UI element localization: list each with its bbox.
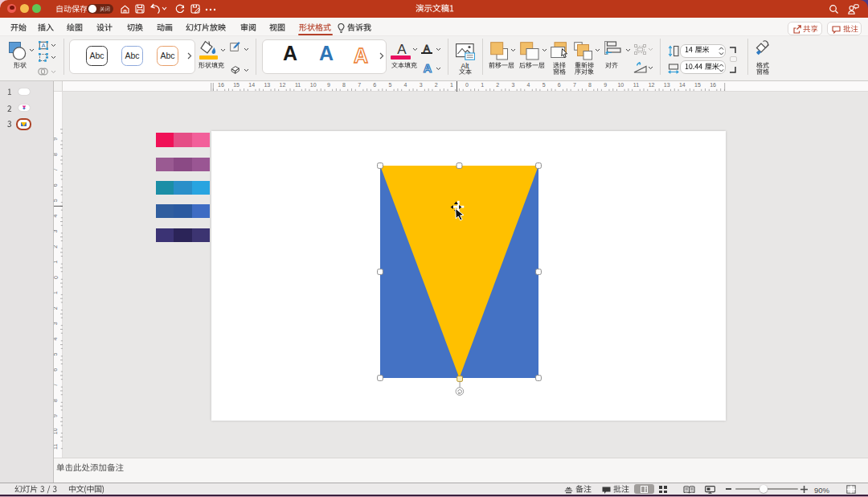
svg-text:10: 10: [54, 428, 59, 434]
svg-text:7: 7: [54, 168, 59, 171]
svg-text:4: 4: [54, 214, 59, 217]
svg-text:9: 9: [54, 137, 59, 140]
svg-text:2: 2: [54, 244, 59, 248]
svg-text:14: 14: [248, 81, 255, 87]
svg-text:6: 6: [558, 81, 561, 87]
svg-text:5: 5: [54, 352, 59, 355]
svg-text:10: 10: [617, 81, 624, 87]
svg-text:6: 6: [54, 183, 59, 187]
svg-text:4: 4: [54, 337, 59, 340]
svg-text:8: 8: [588, 81, 592, 87]
svg-text:3: 3: [54, 229, 59, 232]
svg-text:15: 15: [233, 81, 240, 87]
svg-text:16: 16: [218, 81, 224, 87]
svg-text:3: 3: [54, 322, 59, 325]
svg-text:1: 1: [481, 81, 484, 87]
svg-text:9: 9: [54, 414, 59, 417]
svg-text:6: 6: [373, 81, 376, 87]
svg-text:13: 13: [264, 81, 270, 87]
svg-text:1: 1: [54, 291, 59, 294]
svg-text:7: 7: [358, 81, 361, 87]
svg-text:8: 8: [54, 398, 59, 401]
svg-text:5: 5: [54, 199, 59, 202]
svg-text:2: 2: [496, 81, 499, 87]
svg-text:9: 9: [604, 81, 607, 87]
svg-text:12: 12: [649, 81, 655, 87]
svg-text:A: A: [354, 44, 368, 67]
svg-text:13: 13: [664, 81, 670, 87]
svg-text:A: A: [397, 42, 407, 55]
svg-text:12: 12: [280, 81, 286, 87]
svg-text:16: 16: [710, 81, 716, 87]
svg-text:A: A: [424, 62, 432, 73]
svg-text:5: 5: [542, 81, 546, 87]
svg-text:15: 15: [694, 81, 701, 87]
svg-text:4: 4: [527, 81, 530, 87]
svg-text:14: 14: [679, 81, 686, 87]
svg-text:0: 0: [54, 275, 59, 278]
svg-text:7: 7: [573, 81, 576, 87]
svg-text:8: 8: [342, 81, 346, 87]
svg-text:9: 9: [327, 81, 330, 87]
svg-text:6: 6: [54, 368, 59, 371]
svg-text:A: A: [41, 42, 45, 49]
svg-text:10: 10: [310, 81, 317, 87]
svg-text:11: 11: [633, 81, 639, 87]
svg-text:3: 3: [511, 81, 514, 87]
svg-text:5: 5: [388, 81, 391, 87]
svg-text:2: 2: [54, 306, 59, 310]
svg-text:0: 0: [465, 81, 469, 87]
svg-text:1: 1: [450, 81, 453, 87]
svg-text:8: 8: [54, 152, 59, 155]
svg-text:3: 3: [420, 81, 423, 87]
svg-text:11: 11: [295, 81, 301, 87]
svg-text:11: 11: [54, 443, 59, 449]
svg-text:4: 4: [404, 81, 407, 87]
svg-text:7: 7: [54, 383, 59, 386]
svg-text:A: A: [424, 43, 431, 53]
svg-text:2: 2: [435, 81, 438, 87]
svg-text:1: 1: [54, 260, 59, 263]
